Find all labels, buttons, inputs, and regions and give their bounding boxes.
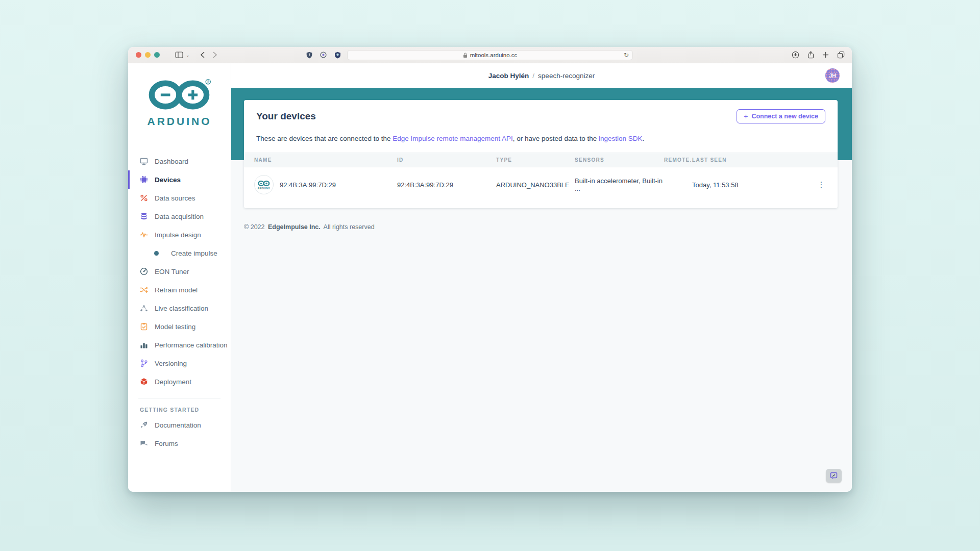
sidebar-item-data-sources[interactable]: Data sources [128,189,231,207]
sidebar-item-dashboard[interactable]: Dashboard [128,152,231,170]
close-window-button[interactable] [136,52,141,58]
plus-icon: + [744,113,748,120]
window-content: ® ARDUINO Dashboard [128,63,852,492]
sidebar-item-label: Model testing [155,323,195,331]
new-tab-icon[interactable] [822,52,829,58]
connect-new-device-button[interactable]: + Connect a new device [737,109,825,123]
sidebar-nav: Dashboard Devices Data sources [128,152,231,453]
sidebar-toggle-icon[interactable] [175,52,183,58]
git-branch-icon [140,359,148,367]
sidebar-item-documentation[interactable]: Documentation [128,416,231,434]
copyright-footer: © 2022 EdgeImpulse Inc. All rights reser… [244,223,852,231]
column-header-name: NAME [254,157,397,163]
back-icon[interactable] [200,52,205,58]
reload-icon[interactable]: ↻ [624,52,629,59]
avatar-initials: JH [829,72,836,79]
desktop-background: ⌄ mlto [0,0,980,551]
sidebar-item-create-impulse[interactable]: Create impulse [128,244,231,262]
devices-chip-icon [140,176,148,184]
minimize-window-button[interactable] [145,52,151,58]
column-header-type: TYPE [496,157,575,163]
device-sensors: Built-in accelerometer, Built-in ... [575,177,664,192]
page-header: Jacob Hylén / speech-recognizer JH [231,63,852,88]
page-title: Your devices [256,111,316,122]
tab-overview-icon[interactable] [837,51,845,59]
sidebar-item-forums[interactable]: Forums [128,434,231,453]
svg-text:®: ® [207,80,209,84]
database-icon [140,212,148,220]
sidebar-item-label: Dashboard [155,158,188,165]
column-header-id: ID [397,157,496,163]
main-area: Jacob Hylén / speech-recognizer JH Your … [231,63,852,492]
bullet-icon [154,251,159,256]
sidebar-item-eon-tuner[interactable]: EON Tuner [128,262,231,281]
traffic-lights [128,52,160,58]
arduino-logo[interactable]: ® ARDUINO [128,63,231,128]
device-id: 92:4B:3A:99:7D:29 [397,181,496,189]
sidebar-item-label: Create impulse [171,249,217,257]
badge-extension-icon[interactable] [334,52,341,59]
column-header-remote: REMOTE... [664,157,692,163]
device-type: ARDUINO_NANO33BLE [496,181,575,189]
ingestion-sdk-link[interactable]: ingestion SDK [599,135,643,142]
shuffle-icon [140,286,148,294]
waveform-icon [140,231,148,239]
sidebar-item-label: Devices [155,176,181,184]
sidebar-item-impulse-design[interactable]: Impulse design [128,226,231,244]
remote-management-api-link[interactable]: Edge Impulse remote management API [393,135,513,142]
chevron-down-icon[interactable]: ⌄ [186,53,190,58]
sidebar-item-label: Data acquisition [155,213,204,220]
data-sources-icon [140,194,148,202]
sidebar-item-label: Impulse design [155,231,201,239]
sidebar-item-live-classification[interactable]: Live classification [128,299,231,317]
sidebar-item-devices[interactable]: Devices [128,170,231,189]
footer-prefix: © 2022 [244,223,265,231]
circle-dot-extension-icon[interactable] [320,52,327,58]
forums-chat-icon [140,439,148,447]
sidebar-item-label: Live classification [155,305,208,312]
column-header-sensors: SENSORS [575,157,664,163]
description-text: These are devices that are connected to … [256,135,393,142]
sidebar-item-retrain-model[interactable]: Retrain model [128,281,231,299]
breadcrumb-page[interactable]: speech-recognizer [538,72,595,80]
breadcrumb-separator: / [532,72,534,80]
devices-card: Your devices + Connect a new device Thes… [244,100,838,208]
deployment-box-icon [140,378,148,386]
sidebar-item-model-testing[interactable]: Model testing [128,317,231,336]
card-bottom-padding [244,202,838,208]
user-avatar[interactable]: JH [825,68,840,83]
url-text: mltools.arduino.cc [470,52,518,58]
description-text: , or have posted data to the [513,135,599,142]
device-last-seen: Today, 11:53:58 [692,181,815,189]
browser-toolbar: ⌄ mlto [128,47,852,63]
footer-suffix: All rights reserved [324,223,375,231]
chat-widget-button[interactable] [826,469,842,483]
sidebar-item-label: Documentation [155,421,201,429]
devices-description: These are devices that are connected to … [244,132,838,153]
forward-icon[interactable] [213,52,217,58]
share-icon[interactable] [807,51,814,59]
shield-extension-icon[interactable] [306,52,312,59]
sidebar-item-versioning[interactable]: Versioning [128,354,231,372]
dashboard-icon [140,157,148,165]
sidebar-item-performance-calibration[interactable]: Performance calibration [128,336,231,354]
device-table-row[interactable]: ARDUINO 92:4B:3A:99:7D:29 92:4B:3A:99:7D… [244,167,838,202]
zoom-window-button[interactable] [154,52,160,58]
column-header-last-seen: LAST SEEN [692,157,815,163]
sidebar-item-label: Retrain model [155,286,198,294]
browser-window: ⌄ mlto [128,47,852,492]
sidebar-item-deployment[interactable]: Deployment [128,372,231,391]
sidebar-item-label: Forums [155,440,178,447]
sidebar-item-label: Performance calibration [155,341,228,349]
sidebar-item-data-acquisition[interactable]: Data acquisition [128,207,231,226]
device-name: 92:4B:3A:99:7D:29 [280,181,336,189]
arduino-wordmark: ARDUINO [128,115,231,128]
bar-chart-icon [140,341,148,349]
arduino-infinity-icon: ® [147,79,212,111]
row-menu-kebab-icon[interactable]: ⋮ [815,180,827,189]
clipboard-check-icon [140,322,148,331]
extension-icons [306,52,341,59]
address-bar[interactable]: mltools.arduino.cc ↻ [347,50,633,60]
breadcrumb-project[interactable]: Jacob Hylén [488,72,529,80]
downloads-icon[interactable] [792,51,799,59]
